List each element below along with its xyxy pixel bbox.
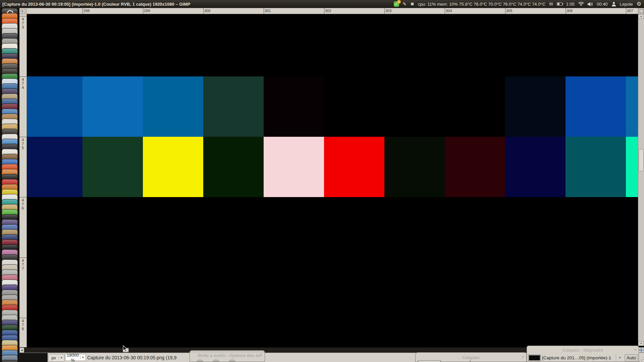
resize-grip[interactable] [639,354,644,362]
layers-window-preview[interactable]: Calques × [415,352,527,362]
pixel-cell-row475-col8[interactable] [505,137,566,197]
h-ruler-label: 301 [265,9,271,13]
top-panel: [Capture du 2013-06-30 00:19:05] (import… [0,0,644,8]
v-ruler-tick [19,16,27,16]
image-canvas[interactable] [27,14,638,347]
h-ruler-label: 299 [144,9,150,13]
window-title: [Capture du 2013-06-30 00:19:05] (import… [2,2,190,7]
battery-time: 1:05 [566,2,575,7]
v-ruler-tick [19,137,27,137]
h-ruler-tick [83,8,83,14]
h-ruler-tick [505,8,505,14]
system-stats[interactable]: cpu: 11% mem: 10% 75.8°C 76.0°C 70.0°C 7… [418,2,545,7]
scroll-down-button[interactable]: ▼ [638,341,644,346]
pixel-cell-row475-col1[interactable] [83,137,143,197]
v-ruler-label: 4 7 4 [22,77,24,89]
h-ruler-label: 303 [385,9,391,13]
h-ruler-tick [445,8,445,14]
v-ruler-label: 4 7 5 [22,138,24,150]
h-ruler-label: 307 [627,9,633,13]
pixel-cell-row475-col4[interactable] [264,137,324,197]
pixel-cell-row475-col9[interactable] [566,137,626,197]
pixel-cell-row474-col8[interactable] [505,76,566,137]
status-filename: Capture du 2013-06-30 00:19:05.png (19,9 [87,353,176,362]
layers-gradients-dock[interactable]: Calques - Dégradés × [Capture du 201…05]… [527,346,639,362]
unit-value: px [49,355,59,360]
user-name[interactable]: Lepole [620,2,633,7]
layers-ghost-thumb [418,360,441,362]
pixel-cell-row475-col6[interactable] [384,137,445,197]
pixel-cell-row474-col0[interactable] [27,76,83,137]
pixel-cell-row475-col10[interactable] [626,137,638,197]
compose-icon[interactable]: ✎ [403,2,407,6]
mouse-cursor [123,345,128,352]
zoom-combo[interactable]: 18000 % ▼ [65,354,86,361]
messaging-icon[interactable]: ✔ 2 [394,1,399,7]
user-icon [611,2,616,6]
ruler-origin-button[interactable]: ▶ [19,8,27,14]
toolbox-window-preview[interactable]: Boîte à outils - Options des ou × [190,350,265,362]
pixel-cell-row475-col3[interactable] [203,137,264,197]
image-thumbnail [529,355,540,361]
auto-button[interactable]: Auto [625,354,638,361]
wifi-icon[interactable] [578,2,584,6]
h-ruler-tick [384,8,385,14]
pixel-cell-row475-col0[interactable] [27,137,83,197]
zoom-value: 18000 % [65,353,80,362]
pixel-cell-row475-col2[interactable] [143,137,203,197]
dock-close-icon[interactable]: × [634,348,636,352]
h-ruler-tick [143,8,143,14]
mail-icon[interactable]: ✉ [549,2,553,6]
h-ruler-label: 305 [506,9,512,13]
pixel-cell-row474-col10[interactable] [626,76,638,137]
h-ruler-label: 300 [204,9,210,13]
image-selector-value[interactable]: [Capture du 201…05] (importée)-1 [542,355,616,360]
pixel-cell-row474-col4[interactable] [264,76,324,137]
v-ruler-label: 4 7 3 [22,17,24,29]
pixel-cell-row474-col2[interactable] [143,76,203,137]
navigation-preview-button[interactable] [638,8,644,14]
navigation-preview-icon [640,9,643,13]
image-selector-dropdown-icon[interactable]: ▼ [616,354,624,361]
horizontal-ruler[interactable]: 298299300301302303304305306307 [27,8,638,14]
clock[interactable]: 00:40 [597,2,608,7]
layers-close-icon[interactable]: × [522,355,524,359]
unit-dropdown-icon[interactable]: ▼ [59,356,64,359]
layers-ghost-divider [470,360,470,362]
vertical-scroll-thumb[interactable] [639,149,644,171]
v-ruler-label: 4 7 8 [22,319,24,331]
dock-image-row: [Capture du 201…05] (importée)-1 ▼ Auto [528,354,638,362]
toolbox-ghost-tool [196,359,204,362]
pixel-cell-row474-col3[interactable] [203,76,264,137]
vertical-ruler[interactable]: 4 7 34 7 44 7 54 7 64 7 74 7 8 [19,14,27,347]
scroll-up-button[interactable]: ▲ [638,14,644,19]
toolbox-close-icon[interactable]: × [260,353,262,357]
session-icon[interactable]: ✖ [410,2,414,6]
unit-combo[interactable]: px ▼ [48,354,64,362]
pixel-cell-row474-col5[interactable] [324,76,384,137]
toolbox-ghost-tool [212,359,220,362]
pixel-cell-row475-col7[interactable] [445,137,505,197]
h-ruler-label: 306 [567,9,573,13]
pixel-cell-row475-col5[interactable] [324,137,384,197]
battery-icon[interactable] [557,2,562,6]
pixel-cell-row474-col9[interactable] [566,76,626,137]
v-ruler-label: 4 7 7 [22,258,24,270]
h-ruler-tick [264,8,264,14]
volume-icon[interactable] [588,2,593,6]
pixel-cell-row474-col6[interactable] [384,76,445,137]
gear-icon[interactable]: ⚙ [637,2,641,6]
zoom-dropdown-icon[interactable]: ▼ [80,356,86,359]
h-ruler-tick [626,8,626,14]
h-ruler-label: 298 [84,9,90,13]
scroll-left-button[interactable]: ◀ [19,348,24,353]
v-ruler-tick [19,318,27,318]
pixel-cell-row474-col7[interactable] [445,76,505,137]
ruler-origin-icon: ▶ [21,9,25,13]
toolbox-ghost-tool [228,359,236,362]
launcher-item-black-keyboard[interactable] [2,360,18,362]
vertical-scrollbar[interactable]: ▲ ▼ [638,8,644,346]
pixel-cell-row474-col1[interactable] [83,76,143,137]
toolbox-preview-title: Boîte à outils - Options des ou [190,353,265,358]
pan-arrows-icon [639,348,644,353]
